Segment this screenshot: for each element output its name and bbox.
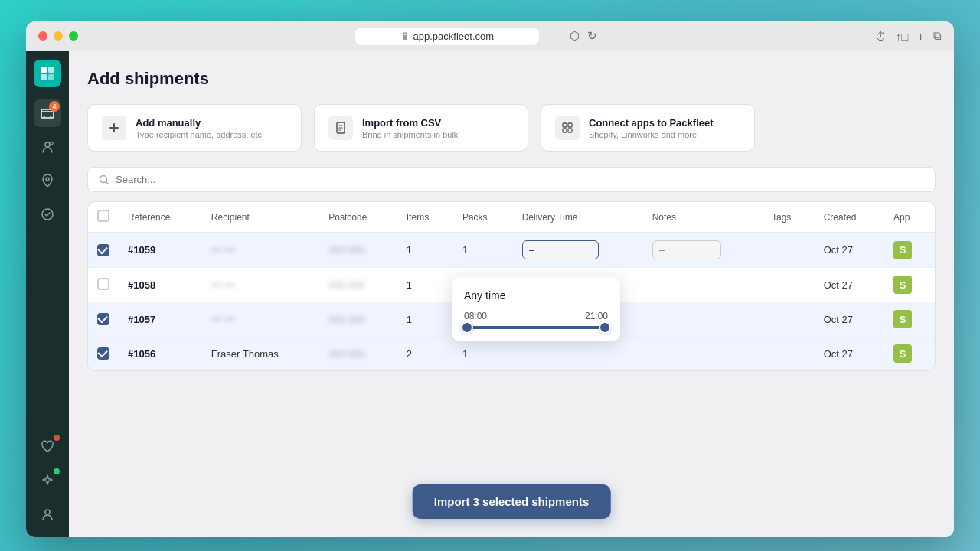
sidebar-item-locations[interactable] <box>34 167 61 194</box>
row-1059-delivery-time[interactable] <box>513 233 643 268</box>
add-manually-icon <box>102 116 126 140</box>
search-input[interactable] <box>116 174 924 185</box>
col-tags: Tags <box>763 202 815 233</box>
row-1057-recipient: ••• ••• <box>202 302 319 337</box>
shopify-icon-1058: S <box>893 276 912 294</box>
packfleet-logo-icon <box>39 65 56 82</box>
share-icon[interactable]: ↑□ <box>896 30 909 43</box>
svg-point-8 <box>45 142 50 147</box>
browser-actions: ⏱ ↑□ + ⧉ <box>875 29 942 43</box>
sidebar-item-health[interactable] <box>34 433 61 461</box>
svg-rect-14 <box>563 123 567 127</box>
any-time-label: Any time <box>464 289 608 302</box>
ai-badge <box>54 468 60 474</box>
browser-titlebar: app.packfleet.com ⬡ ↻ ⏱ ↑□ + ⧉ <box>26 21 954 51</box>
sidebar-item-ai[interactable] <box>34 467 61 494</box>
row-1057-notes <box>643 302 763 337</box>
traffic-light-yellow[interactable] <box>54 31 63 41</box>
row-1058-app: S <box>884 268 935 302</box>
start-time-label: 08:00 <box>464 311 487 321</box>
row-1056-checkbox[interactable] <box>97 347 109 360</box>
row-1056-items: 2 <box>397 337 453 371</box>
row-1057-checkbox[interactable] <box>97 313 109 325</box>
new-tab-icon[interactable]: + <box>917 30 924 43</box>
add-manually-card[interactable]: Add manually Type recipient name, addres… <box>87 104 302 152</box>
connect-apps-card[interactable]: Connect apps to Packfleet Shopify, Linnw… <box>541 104 755 152</box>
svg-point-9 <box>50 142 53 145</box>
slider-fill <box>467 326 605 329</box>
traffic-light-red[interactable] <box>38 31 47 41</box>
row-1057-created: Oct 27 <box>815 302 884 337</box>
sidebar-item-tasks[interactable] <box>34 201 61 228</box>
svg-rect-2 <box>48 67 54 73</box>
search-bar[interactable] <box>87 167 936 192</box>
svg-rect-0 <box>403 35 407 40</box>
row-1058-checkbox-cell[interactable] <box>88 268 119 302</box>
select-all-checkbox[interactable] <box>97 210 109 222</box>
connect-apps-icon-box <box>555 116 580 140</box>
sidebar-item-shipments[interactable]: 4 <box>34 99 61 127</box>
row-1056-postcode: 000 000 <box>319 337 397 371</box>
row-1059-recipient: ••• ••• <box>202 233 319 268</box>
time-range-labels: 08:00 21:00 <box>464 311 608 321</box>
locations-icon <box>40 173 55 188</box>
add-manually-title: Add manually <box>136 117 264 129</box>
refresh-icon[interactable]: ↻ <box>587 29 597 43</box>
row-1057-tags <box>763 302 815 337</box>
row-1059-postcode: 000 000 <box>319 233 397 268</box>
row-1059-app: S <box>884 233 935 268</box>
tasks-icon <box>40 207 55 222</box>
svg-rect-3 <box>41 74 47 80</box>
delivery-time-slider-track[interactable] <box>467 326 605 329</box>
row-1059-checkbox[interactable] <box>97 244 109 256</box>
svg-point-12 <box>45 510 50 514</box>
row-1059-notes[interactable] <box>643 233 763 268</box>
add-options-row: Add manually Type recipient name, addres… <box>87 104 936 152</box>
add-manually-subtitle: Type recipient name, address, etc. <box>136 130 264 139</box>
import-csv-title: Import from CSV <box>362 117 458 129</box>
import-csv-text: Import from CSV Bring in shipments in bu… <box>362 117 458 139</box>
row-1059-packs: 1 <box>453 233 513 268</box>
row-1057-checkbox-cell[interactable] <box>88 302 119 337</box>
sparkle-icon <box>40 473 55 488</box>
slider-thumb-right[interactable] <box>599 321 611 334</box>
row-1059-reference: #1059 <box>119 233 202 268</box>
svg-rect-1 <box>41 67 47 73</box>
row-1056-checkbox-cell[interactable] <box>88 337 119 371</box>
history-icon[interactable]: ⏱ <box>875 30 887 43</box>
import-csv-subtitle: Bring in shipments in bulk <box>362 130 458 139</box>
row-1058-checkbox[interactable] <box>97 278 109 290</box>
row-1059-checkbox-cell[interactable] <box>88 233 119 268</box>
row-1058-created: Oct 27 <box>815 268 884 302</box>
col-packs: Packs <box>453 202 513 233</box>
search-icon <box>99 174 109 185</box>
svg-rect-17 <box>568 129 572 132</box>
shopify-icon-1059: S <box>893 241 912 259</box>
file-icon <box>335 122 347 134</box>
import-csv-icon-box <box>328 116 353 140</box>
select-all-header[interactable] <box>88 202 119 233</box>
row-1058-recipient: ••• ••• <box>202 268 319 302</box>
delivery-time-dropdown: Any time 08:00 21:00 <box>452 277 620 341</box>
row-1056-notes <box>643 337 763 371</box>
extensions-icon[interactable]: ⬡ <box>570 29 580 43</box>
svg-rect-15 <box>568 123 572 127</box>
slider-thumb-left[interactable] <box>461 321 473 334</box>
sidebar-item-recipients[interactable] <box>34 133 61 161</box>
connect-apps-text: Connect apps to Packfleet Shopify, Linnw… <box>589 117 714 139</box>
row-1059-items: 1 <box>397 233 453 268</box>
row-1058-postcode: 000 000 <box>319 268 397 302</box>
row-1059-delivery-input[interactable] <box>522 240 599 259</box>
sidebar: 4 <box>26 51 69 537</box>
row-1056-delivery-time <box>513 337 643 371</box>
sidebar-item-account[interactable] <box>34 500 61 528</box>
plus-icon <box>108 122 120 134</box>
traffic-light-green[interactable] <box>69 31 78 41</box>
url-box[interactable]: app.packfleet.com <box>355 28 539 45</box>
heart-icon <box>40 439 55 455</box>
import-selected-button[interactable]: Import 3 selected shipments <box>413 484 611 519</box>
row-1059-notes-input[interactable] <box>652 240 721 259</box>
lock-icon <box>401 31 409 41</box>
tabs-icon[interactable]: ⧉ <box>933 29 942 43</box>
import-csv-card[interactable]: Import from CSV Bring in shipments in bu… <box>314 104 528 152</box>
